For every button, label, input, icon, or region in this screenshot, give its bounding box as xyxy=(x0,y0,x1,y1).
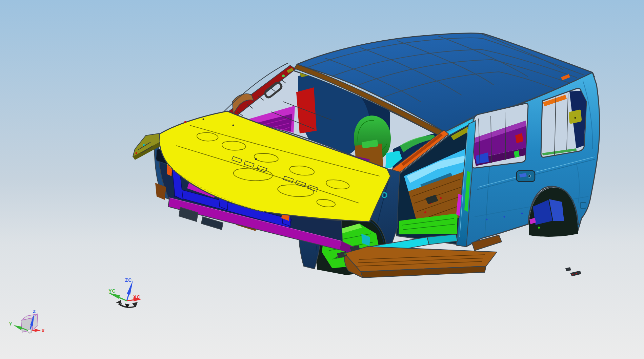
view-y-label: Y xyxy=(9,321,12,326)
triad-origin-sphere[interactable] xyxy=(28,329,32,333)
cad-application-window: ZC YC XC Z Y X xyxy=(0,0,644,359)
wcs-z-label: ZC xyxy=(125,277,132,283)
view-x-label: X xyxy=(42,328,45,333)
floor-red-dot xyxy=(424,211,426,213)
window-green-bit xyxy=(514,150,520,158)
wcs-x-label: XC xyxy=(133,294,140,300)
rivet-dot xyxy=(521,213,523,214)
bracket-hole xyxy=(575,117,576,119)
pillar-green-clip xyxy=(282,75,285,77)
wheelhouse-green-dot xyxy=(538,227,540,229)
rear-door-handle[interactable] xyxy=(517,171,535,182)
view-z-label: Z xyxy=(33,309,36,314)
floor-red-dot xyxy=(440,197,442,199)
3d-viewport[interactable]: ZC YC XC Z Y X xyxy=(0,0,644,359)
apron-red-dot xyxy=(136,152,137,154)
rivet-dot xyxy=(486,219,488,220)
window-olive-bracket[interactable] xyxy=(569,110,582,124)
rivet-dot xyxy=(504,216,505,218)
wcs-y-label: YC xyxy=(108,288,116,294)
